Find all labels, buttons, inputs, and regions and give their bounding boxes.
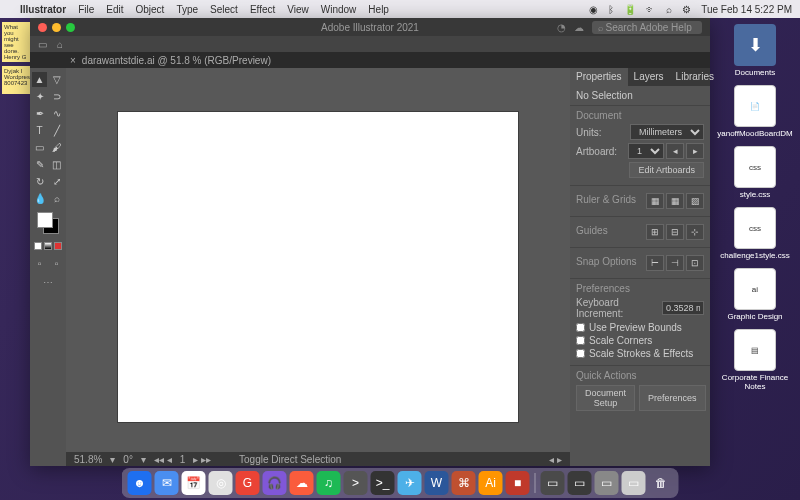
- rotation[interactable]: 0°: [123, 454, 133, 465]
- minimize-button[interactable]: [52, 23, 61, 32]
- desktop-folder[interactable]: ⬇Documents: [734, 24, 776, 77]
- fill-stroke-swatch[interactable]: [37, 212, 59, 234]
- no-doc-icon[interactable]: ▭: [38, 39, 47, 50]
- menu-select[interactable]: Select: [210, 4, 238, 15]
- help-search[interactable]: ⌕ Search Adobe Help: [592, 21, 702, 34]
- clock[interactable]: Tue Feb 14 5:22 PM: [701, 4, 792, 15]
- scale-strokes-check[interactable]: [576, 349, 585, 358]
- color-mode[interactable]: [34, 242, 42, 250]
- dock-app[interactable]: 🎧: [263, 471, 287, 495]
- artboard-next[interactable]: ▸: [686, 143, 704, 159]
- dock-app[interactable]: ◎: [209, 471, 233, 495]
- dock-app[interactable]: ☻: [128, 471, 152, 495]
- keyboard-increment-input[interactable]: [662, 301, 704, 315]
- artboard-nav[interactable]: ▸ ▸▸: [193, 454, 211, 465]
- menu-help[interactable]: Help: [368, 4, 389, 15]
- pen-tool[interactable]: ✒: [32, 106, 47, 121]
- menu-object[interactable]: Object: [135, 4, 164, 15]
- desktop-file[interactable]: ▤Corporate Finance Notes: [717, 329, 793, 391]
- artboard-num[interactable]: 1: [180, 454, 186, 465]
- rotate-tool[interactable]: ↻: [32, 174, 47, 189]
- magic-wand-tool[interactable]: ✦: [32, 89, 47, 104]
- snap-point[interactable]: ⊢: [646, 255, 664, 271]
- gradient-mode[interactable]: [44, 242, 52, 250]
- zoom-button[interactable]: [66, 23, 75, 32]
- menu-edit[interactable]: Edit: [106, 4, 123, 15]
- paintbrush-tool[interactable]: 🖌: [49, 140, 64, 155]
- snap-pixel[interactable]: ⊡: [686, 255, 704, 271]
- cloud-icon[interactable]: ☁: [574, 22, 584, 33]
- dock-app[interactable]: W: [425, 471, 449, 495]
- close-button[interactable]: [38, 23, 47, 32]
- battery-icon[interactable]: 🔋: [624, 4, 636, 15]
- sticky-note[interactable]: Dyjak I Wordpress 8007423: [2, 66, 30, 94]
- rectangle-tool[interactable]: ▭: [32, 140, 47, 155]
- menu-type[interactable]: Type: [176, 4, 198, 15]
- preferences-button[interactable]: Preferences: [639, 385, 706, 411]
- screen-mode[interactable]: ▫: [49, 256, 64, 271]
- dock-app[interactable]: Ai: [479, 471, 503, 495]
- dock-app[interactable]: >_: [371, 471, 395, 495]
- artboard-select[interactable]: 1: [628, 143, 664, 159]
- dock-app[interactable]: ⌘: [452, 471, 476, 495]
- desktop-file[interactable]: csschallenge1style.css: [720, 207, 789, 260]
- account-icon[interactable]: ◔: [557, 22, 566, 33]
- menu-window[interactable]: Window: [321, 4, 357, 15]
- scrollbar[interactable]: ◂ ▸: [549, 454, 562, 465]
- transparency-icon[interactable]: ▨: [686, 193, 704, 209]
- wifi-icon[interactable]: ᯤ: [646, 4, 656, 15]
- ruler-icon[interactable]: ▦: [646, 193, 664, 209]
- document-tab[interactable]: darawantstdie.ai @ 51.8 % (RGB/Preview): [82, 55, 271, 66]
- draw-mode[interactable]: ▫: [32, 256, 47, 271]
- figma-icon[interactable]: ◉: [589, 4, 598, 15]
- selection-tool[interactable]: ▲: [32, 72, 47, 87]
- scale-tool[interactable]: ⤢: [49, 174, 64, 189]
- desktop-file[interactable]: aiGraphic Design: [727, 268, 782, 321]
- edit-artboards-button[interactable]: Edit Artboards: [629, 162, 704, 178]
- trash-icon[interactable]: 🗑: [649, 471, 673, 495]
- dock-app[interactable]: ■: [506, 471, 530, 495]
- dock-app[interactable]: ♫: [317, 471, 341, 495]
- canvas[interactable]: 51.8%▾ 0°▾ ◂◂ ◂ 1 ▸ ▸▸ Toggle Direct Sel…: [66, 68, 570, 466]
- line-tool[interactable]: ╱: [49, 123, 64, 138]
- curvature-tool[interactable]: ∿: [49, 106, 64, 121]
- artboard-prev[interactable]: ◂: [666, 143, 684, 159]
- home-icon[interactable]: ⌂: [57, 39, 63, 50]
- dock-app[interactable]: ✉: [155, 471, 179, 495]
- dock-item[interactable]: ▭: [568, 471, 592, 495]
- eyedropper-tool[interactable]: 💧: [32, 191, 47, 206]
- dock-item[interactable]: ▭: [595, 471, 619, 495]
- desktop-file[interactable]: cssstyle.css: [734, 146, 776, 199]
- type-tool[interactable]: T: [32, 123, 47, 138]
- smart-guides[interactable]: ⊹: [686, 224, 704, 240]
- tab-layers[interactable]: Layers: [628, 68, 670, 86]
- artboard[interactable]: [118, 112, 518, 422]
- units-select[interactable]: Millimeters: [630, 124, 704, 140]
- snap-grid[interactable]: ⊣: [666, 255, 684, 271]
- dock-app[interactable]: >: [344, 471, 368, 495]
- app-menu[interactable]: Illustrator: [20, 4, 66, 15]
- menu-effect[interactable]: Effect: [250, 4, 275, 15]
- dock-item[interactable]: ▭: [622, 471, 646, 495]
- sticky-note[interactable]: What you might see done. Henry G: [2, 22, 30, 62]
- none-mode[interactable]: [54, 242, 62, 250]
- guides-show[interactable]: ⊞: [646, 224, 664, 240]
- edit-toolbar[interactable]: ⋯: [32, 277, 64, 288]
- guides-lock[interactable]: ⊟: [666, 224, 684, 240]
- dock-app[interactable]: ✈: [398, 471, 422, 495]
- artboard-nav[interactable]: ◂◂ ◂: [154, 454, 172, 465]
- direct-selection-tool[interactable]: ▽: [49, 72, 64, 87]
- desktop-file[interactable]: 📄yanoffMoodBoardDM: [717, 85, 792, 138]
- dock-item[interactable]: ▭: [541, 471, 565, 495]
- shaper-tool[interactable]: ✎: [32, 157, 47, 172]
- bluetooth-icon[interactable]: ᛒ: [608, 4, 614, 15]
- tab-properties[interactable]: Properties: [570, 68, 628, 86]
- dock-app[interactable]: G: [236, 471, 260, 495]
- dock-app[interactable]: 📅: [182, 471, 206, 495]
- search-icon[interactable]: ⌕: [666, 4, 672, 15]
- control-center-icon[interactable]: ⚙: [682, 4, 691, 15]
- preview-bounds-check[interactable]: [576, 323, 585, 332]
- eraser-tool[interactable]: ◫: [49, 157, 64, 172]
- lasso-tool[interactable]: ⊃: [49, 89, 64, 104]
- tab-close-icon[interactable]: ×: [70, 55, 76, 66]
